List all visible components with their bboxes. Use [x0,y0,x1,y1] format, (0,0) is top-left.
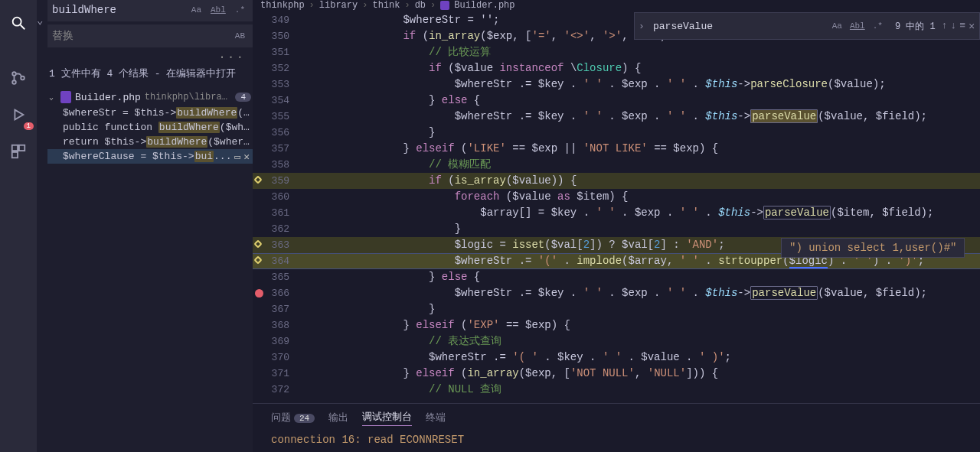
find-widget: › parseValue Aa Abl .* 9 中的 1 ↑ ↓ ≡ ✕ [634,12,980,40]
close-icon[interactable]: ✕ [243,151,250,163]
match-count-badge: 4 [235,93,251,102]
breadcrumb-item[interactable]: library [319,0,358,11]
match-case-icon[interactable]: Aa [829,20,845,32]
svg-point-2 [12,72,16,76]
search-input[interactable]: buildWhere Aa Abl .* [47,0,253,21]
debug-badge: 1 [24,122,34,130]
problems-count-badge: 24 [294,414,315,423]
search-activity-icon[interactable] [0,5,37,41]
code-area[interactable]: 349 $whereStr = ''; 350 if (in_array($ex… [253,12,980,403]
replace-input[interactable]: 替换 AB [47,24,253,47]
search-file-path: thinkphp\library\t... [145,92,232,102]
breakpoint-icon[interactable] [255,289,263,298]
match-case-icon[interactable]: Aa [188,4,204,16]
close-icon[interactable]: ✕ [969,20,975,32]
find-count: 9 中的 1 [889,20,942,33]
debug-hover-tooltip: ") union select 1,user()#" [781,238,965,258]
svg-rect-7 [19,145,24,151]
activity-bar: ⌄ 1 [0,0,37,452]
breakpoint-icon[interactable] [253,255,262,264]
breakpoint-icon[interactable] [253,175,262,184]
replace-placeholder: 替换 [52,29,232,43]
tab-output[interactable]: 输出 [328,409,348,426]
search-summary: 1 文件中有 4 个结果 - 在编辑器中打开 [47,63,253,89]
search-result-item[interactable]: public function buildWhere($where, ... [47,120,253,135]
breadcrumb-item[interactable]: thinkphp [260,0,305,11]
source-control-icon[interactable] [0,60,37,96]
chevron-down-icon[interactable]: ⌄ [37,14,43,27]
tab-debug-console[interactable]: 调试控制台 [362,408,412,426]
svg-rect-8 [12,152,18,158]
breadcrumb-item[interactable]: db [415,0,426,11]
debug-run-icon[interactable]: 1 [0,96,37,133]
search-result-item[interactable]: $whereStr = $this->buildWhere($wh... [47,106,253,120]
svg-point-3 [12,80,16,84]
chevron-right-icon[interactable]: › [635,21,648,32]
search-file-row[interactable]: ⌄ Builder.php thinkphp\library\t... 4 [47,89,253,106]
next-match-icon[interactable]: ↓ [951,20,957,32]
chevron-down-icon[interactable]: ⌄ [49,93,57,102]
search-result-item[interactable]: return $this->buildWhere($where->... [47,135,253,149]
regex-icon[interactable]: .* [232,4,248,16]
breadcrumb[interactable]: thinkphp› library› think› db› Builder.ph… [253,0,980,11]
php-file-icon [60,91,71,103]
more-options-icon[interactable]: ··· [47,50,253,63]
search-result-item[interactable]: $whereClause = $this->bui... ▭ ✕ [47,149,253,164]
search-input-value: buildWhere [52,4,188,16]
breakpoint-icon[interactable] [253,239,262,248]
match-word-icon[interactable]: Abl [847,20,868,32]
search-panel: buildWhere Aa Abl .* 替换 AB ··· 1 文件中有 4 … [47,0,253,452]
svg-rect-6 [12,145,18,151]
tab-problems[interactable]: 问题24 [271,409,315,426]
breadcrumb-item[interactable]: think [372,0,400,11]
svg-point-4 [21,76,24,80]
svg-point-0 [13,18,21,26]
svg-line-1 [21,25,25,30]
php-file-icon [440,1,449,10]
dismiss-icon[interactable]: ▭ [234,151,240,163]
regex-icon[interactable]: .* [870,20,886,32]
svg-marker-5 [15,110,23,120]
search-file-name: Builder.php [75,92,141,103]
tab-terminal[interactable]: 终端 [426,409,446,426]
bottom-panel: 问题24 输出 调试控制台 终端 connection 16: read ECO… [253,403,980,452]
preserve-case-icon[interactable]: AB [232,30,248,42]
find-input[interactable]: parseValue [648,21,826,32]
extensions-icon[interactable] [0,133,37,170]
debug-console-output: connection 16: read ECONNRESET [253,431,980,449]
match-word-icon[interactable]: Abl [207,4,229,16]
prev-match-icon[interactable]: ↑ [942,20,948,32]
editor-area: thinkphp› library› think› db› Builder.ph… [253,0,980,452]
breadcrumb-item[interactable]: Builder.php [454,0,514,11]
find-in-selection-icon[interactable]: ≡ [959,20,965,32]
